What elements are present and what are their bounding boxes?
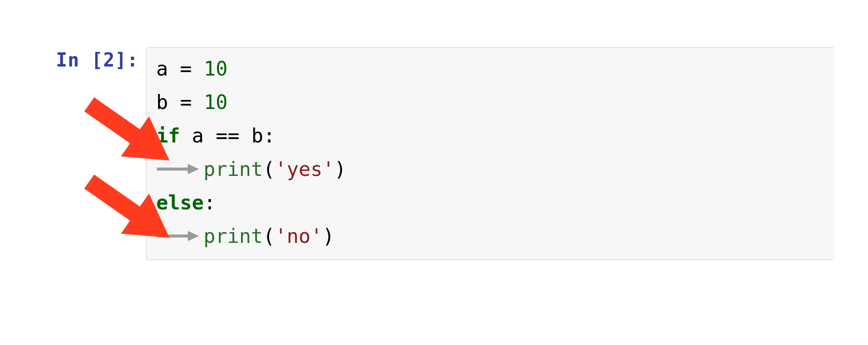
tab-arrow-icon (156, 230, 199, 242)
literal-10: 10 (204, 85, 227, 119)
var-b: b (156, 85, 168, 119)
builtin-print: print (203, 152, 263, 186)
space (168, 85, 180, 119)
svg-rect-4 (84, 97, 144, 146)
space (192, 52, 204, 85)
literal-10: 10 (204, 52, 227, 85)
code-line-5: else : (156, 186, 825, 219)
builtin-print: print (203, 219, 263, 253)
space (239, 119, 251, 152)
code-line-6: print ( 'no' ) (156, 219, 825, 253)
paren-open: ( (263, 219, 275, 253)
svg-rect-6 (84, 175, 144, 223)
paren-close: ) (322, 219, 334, 253)
svg-marker-3 (188, 231, 199, 241)
keyword-if: if (156, 119, 180, 152)
notebook-code-cell: In [2]: a = 10 b = 10 if a == b (0, 0, 868, 345)
tab-arrow-icon (156, 163, 199, 176)
input-prompt: In [2]: (56, 47, 138, 71)
compare-op: == (216, 119, 239, 152)
space (204, 119, 216, 152)
colon: : (263, 119, 275, 152)
space (168, 52, 180, 85)
space (180, 119, 192, 152)
paren-close: ) (334, 152, 346, 186)
var-b: b (251, 119, 263, 152)
keyword-else: else (156, 186, 204, 219)
svg-marker-1 (188, 164, 199, 174)
string-yes: 'yes' (275, 152, 334, 186)
code-line-3: if a == b : (156, 119, 825, 152)
assign-op: = (180, 85, 192, 119)
var-a: a (156, 52, 168, 85)
code-line-2: b = 10 (156, 85, 825, 119)
code-line-1: a = 10 (156, 52, 825, 85)
paren-open: ( (263, 152, 275, 186)
string-no: 'no' (275, 219, 323, 253)
var-a: a (192, 119, 204, 152)
colon: : (204, 186, 216, 219)
assign-op: = (180, 52, 192, 85)
code-line-4: print ( 'yes' ) (156, 152, 825, 186)
code-editor[interactable]: a = 10 b = 10 if a == b : (146, 47, 834, 260)
space (192, 85, 204, 119)
